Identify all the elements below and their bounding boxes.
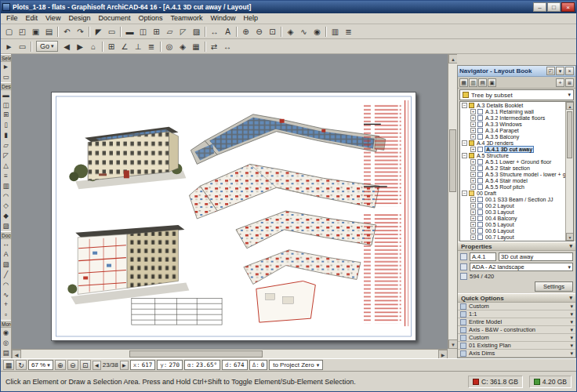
tree-expander-icon[interactable]: + — [470, 234, 476, 240]
wall-tool-icon[interactable]: ▬ — [124, 26, 136, 38]
select-arrow-icon[interactable]: ► — [3, 41, 15, 53]
arc-tool-icon[interactable]: ◠ — [1, 280, 11, 290]
layout-book-icon[interactable]: ▤ — [478, 78, 487, 87]
scroll-down-icon[interactable]: ▼ — [566, 233, 574, 241]
roof-tool-icon[interactable]: ◸ — [177, 26, 189, 38]
properties-header[interactable]: Properties ▾ — [458, 241, 575, 251]
scroll-down-icon[interactable]: ▼ — [448, 339, 457, 349]
mesh-tool-icon[interactable]: △ — [1, 161, 11, 171]
quick-option-row[interactable]: Axis Dims ▾ — [458, 350, 575, 358]
layout-id-field[interactable]: A.4.1 — [470, 252, 496, 261]
new-file-icon[interactable]: ▢ — [3, 26, 15, 38]
redo-icon[interactable]: ↷ — [74, 26, 86, 38]
layout-book-item[interactable]: + A.4.1 3D cut away — [460, 146, 565, 152]
layout-book-item[interactable]: − A.3 Details Booklet — [460, 102, 565, 108]
layout-book-item[interactable]: + 00.1 S33 Beam / Section JJ — [460, 196, 565, 202]
canvas-horizontal-scrollbar[interactable]: ◀ ▶ — [12, 349, 448, 358]
dimension-tool-icon[interactable]: ↔ — [1, 239, 11, 249]
angle-snap-icon[interactable]: ∠ — [119, 41, 131, 53]
scroll-left-icon[interactable]: ◀ — [12, 350, 21, 358]
layout-book-item[interactable]: − 00 Draft — [460, 190, 565, 196]
tracker-field[interactable]: x:617 — [130, 360, 156, 370]
tree-expander-icon[interactable]: + — [470, 228, 476, 234]
navigator-preview-icon[interactable]: ▦ — [3, 360, 14, 370]
layout-book-item[interactable]: + A.5.5 Roof pitch — [460, 183, 565, 190]
tree-expander-icon[interactable]: + — [470, 222, 476, 227]
layout-sheet[interactable] — [51, 92, 416, 341]
door-tool-icon[interactable]: ◫ — [1, 100, 11, 111]
fill-tool-icon[interactable]: ▨ — [1, 260, 11, 270]
spline-tool-icon[interactable]: ∿ — [1, 290, 11, 300]
fit-in-window-icon[interactable]: ⊡ — [80, 360, 91, 370]
next-layout-icon[interactable]: ▶ — [120, 361, 129, 370]
window-tool-icon[interactable]: ⊞ — [1, 110, 11, 120]
marquee-icon[interactable]: ▭ — [16, 41, 28, 53]
quick-option-row[interactable]: Axis - B&W - construction ▾ — [458, 326, 575, 334]
zoom-level-dropdown[interactable]: 67 % ▾ — [28, 360, 53, 370]
canvas-vertical-scrollbar[interactable]: ▲ ▼ — [448, 54, 457, 349]
marquee-tool-icon[interactable]: ▭ — [1, 72, 11, 82]
scroll-right-icon[interactable]: ▶ — [438, 350, 448, 358]
3d-window-icon[interactable]: ◈ — [285, 26, 296, 38]
menu-item[interactable]: Teamwork — [166, 13, 206, 24]
layout-book-item[interactable]: − A.5 Structure — [460, 152, 565, 158]
arrow-tool-icon[interactable]: ► — [1, 62, 11, 72]
swap-icon[interactable]: ⇄ — [209, 41, 220, 53]
publisher-sets-icon[interactable]: ▣ — [488, 78, 496, 87]
layout-book-item[interactable]: + 00.4 Balcony — [460, 215, 565, 221]
new-subset-icon[interactable]: + — [556, 78, 564, 87]
menu-item[interactable]: Design — [64, 13, 94, 24]
tree-expander-icon[interactable]: + — [470, 203, 476, 209]
layout-book-item[interactable]: + A.5.1 Lower + Ground floor — [460, 158, 565, 165]
3d-cutaway-icon[interactable]: ◈ — [177, 41, 189, 53]
project-chooser-icon[interactable]: ◰ — [546, 67, 555, 75]
scroll-up-icon[interactable]: ▲ — [448, 54, 457, 64]
tree-expander-icon[interactable]: + — [470, 122, 476, 127]
worksheet-tool-icon[interactable]: ▤ — [1, 348, 11, 358]
publisher-icon[interactable]: ▥ — [329, 26, 341, 38]
quick-option-row[interactable]: 01 Existing Plan ▾ — [458, 342, 575, 350]
close-button[interactable]: × — [561, 2, 575, 12]
zone-tool-icon[interactable]: ▨ — [191, 26, 202, 38]
layout-book-item[interactable]: + A.3.2 Intermediate floors — [460, 114, 565, 121]
drawing-tool-icon[interactable]: ▫ — [1, 310, 11, 320]
settings-button[interactable]: Settings — [535, 281, 573, 292]
undo-icon[interactable]: ↶ — [61, 26, 73, 38]
zoom-in-icon[interactable]: ⊕ — [55, 360, 66, 370]
tree-expander-icon[interactable]: + — [470, 165, 476, 171]
scroll-up-icon[interactable]: ▲ — [566, 102, 574, 110]
origin-dropdown[interactable]: to Project Zero ▾ — [269, 360, 323, 370]
tree-expander-icon[interactable]: + — [470, 178, 476, 183]
trace-reference-icon[interactable]: ◎ — [164, 41, 176, 53]
fit-in-window-icon[interactable]: ⊡ — [267, 26, 278, 38]
go-dropdown[interactable]: Go ▾ — [36, 41, 58, 52]
minimize-button[interactable]: – — [533, 2, 546, 12]
quick-option-row[interactable]: 1:1 ▾ — [458, 310, 575, 318]
tree-expander-icon[interactable]: + — [470, 128, 476, 133]
stair-tool-icon[interactable]: ≡ — [1, 171, 11, 181]
zoom-out-icon[interactable]: ⊖ — [67, 360, 78, 370]
tree-scroll-thumb[interactable] — [567, 111, 572, 158]
virtual-trace-icon[interactable]: ▦ — [191, 41, 202, 53]
layout-book-item[interactable]: + A.3.5 Balcony — [460, 133, 565, 140]
layout-name-field[interactable]: 3D cut away — [499, 252, 573, 261]
curtain-wall-tool-icon[interactable]: ▥ — [1, 181, 11, 191]
text-tool-icon[interactable]: A — [1, 249, 11, 260]
forward-icon[interactable]: ▶ — [74, 41, 86, 53]
settings-icon[interactable]: ≣ — [565, 78, 574, 87]
tracker-field[interactable]: Δ:0 — [249, 360, 268, 370]
menu-item[interactable]: Edit — [22, 13, 42, 24]
layout-book-item[interactable]: + 00.3 Layout — [460, 209, 565, 215]
tree-expander-icon[interactable]: + — [470, 159, 476, 165]
project-map-icon[interactable]: ▦ — [459, 78, 468, 87]
tree-expander-icon[interactable]: + — [470, 134, 476, 140]
menu-item[interactable]: View — [42, 13, 64, 24]
column-tool-icon[interactable]: ▯ — [1, 120, 11, 130]
tree-expander-icon[interactable]: + — [470, 109, 476, 114]
layout-book-item[interactable]: + 00.7 Layout — [460, 234, 565, 240]
window-tool-icon[interactable]: ⊞ — [151, 26, 162, 38]
zoom-out-icon[interactable]: ⊖ — [253, 26, 265, 38]
layout-book-item[interactable]: + A.5.2 Stair section — [460, 165, 565, 171]
navigator-title-bar[interactable]: Navigator - Layout Book ◰▾× — [458, 66, 575, 77]
previous-layout-icon[interactable]: ◀ — [93, 361, 101, 370]
